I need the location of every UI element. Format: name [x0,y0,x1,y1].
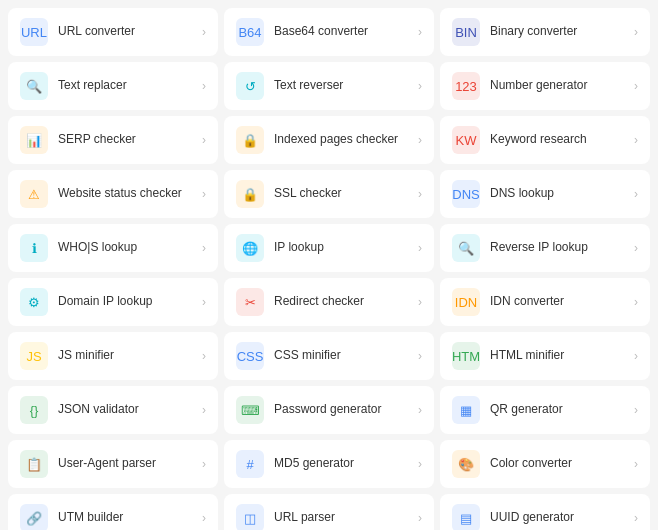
tool-icon-uuid-generator: ▤ [452,504,480,530]
tool-icon-keyword-research: KW [452,126,480,154]
tool-card-password-generator[interactable]: ⌨ Password generator › [224,386,434,434]
tool-label-css-minifier: CSS minifier [274,348,341,364]
tool-label-number-generator: Number generator [490,78,587,94]
tool-card-idn-converter[interactable]: IDN IDN converter › [440,278,650,326]
card-left: 🔒 SSL checker [236,180,418,208]
tool-icon-html-minifier: HTM [452,342,480,370]
tool-card-binary-converter[interactable]: BIN Binary converter › [440,8,650,56]
chevron-icon: › [634,187,638,201]
tool-card-whois-lookup[interactable]: ℹ WHO|S lookup › [8,224,218,272]
tool-card-ssl-checker[interactable]: 🔒 SSL checker › [224,170,434,218]
tool-label-dns-lookup: DNS lookup [490,186,554,202]
tool-card-dns-lookup[interactable]: DNS DNS lookup › [440,170,650,218]
chevron-icon: › [418,457,422,471]
card-left: 🔒 Indexed pages checker [236,126,418,154]
tool-label-color-converter: Color converter [490,456,572,472]
tool-icon-redirect-checker: ✂ [236,288,264,316]
tool-card-url-parser[interactable]: ◫ URL parser › [224,494,434,530]
tool-label-idn-converter: IDN converter [490,294,564,310]
tool-label-url-parser: URL parser [274,510,335,526]
card-left: 🔍 Reverse IP lookup [452,234,634,262]
tool-label-user-agent-parser: User-Agent parser [58,456,156,472]
tool-icon-url-converter: URL [20,18,48,46]
tool-label-utm-builder: UTM builder [58,510,123,526]
card-left: CSS CSS minifier [236,342,418,370]
tool-label-json-validator: JSON validator [58,402,139,418]
card-left: URL URL converter [20,18,202,46]
tool-label-binary-converter: Binary converter [490,24,577,40]
tool-icon-text-replacer: 🔍 [20,72,48,100]
tool-label-url-converter: URL converter [58,24,135,40]
card-left: 🔍 Text replacer [20,72,202,100]
tool-icon-binary-converter: BIN [452,18,480,46]
card-left: ⌨ Password generator [236,396,418,424]
card-left: 🎨 Color converter [452,450,634,478]
card-left: # MD5 generator [236,450,418,478]
tool-card-qr-generator[interactable]: ▦ QR generator › [440,386,650,434]
card-left: IDN IDN converter [452,288,634,316]
tool-label-ssl-checker: SSL checker [274,186,342,202]
tool-label-text-reverser: Text reverser [274,78,343,94]
tool-icon-user-agent-parser: 📋 [20,450,48,478]
tool-label-js-minifier: JS minifier [58,348,114,364]
tool-card-color-converter[interactable]: 🎨 Color converter › [440,440,650,488]
tool-card-html-minifier[interactable]: HTM HTML minifier › [440,332,650,380]
tool-label-uuid-generator: UUID generator [490,510,574,526]
tool-icon-js-minifier: JS [20,342,48,370]
tool-card-number-generator[interactable]: 123 Number generator › [440,62,650,110]
tool-card-text-reverser[interactable]: ↺ Text reverser › [224,62,434,110]
card-left: ⚠ Website status checker [20,180,202,208]
chevron-icon: › [634,349,638,363]
chevron-icon: › [202,457,206,471]
tool-icon-serp-checker: 📊 [20,126,48,154]
tool-card-text-replacer[interactable]: 🔍 Text replacer › [8,62,218,110]
card-left: ⚙ Domain IP lookup [20,288,202,316]
tools-grid: URL URL converter › B64 Base64 converter… [8,8,650,530]
tool-label-ip-lookup: IP lookup [274,240,324,256]
tool-card-indexed-pages-checker[interactable]: 🔒 Indexed pages checker › [224,116,434,164]
tool-card-domain-ip-lookup[interactable]: ⚙ Domain IP lookup › [8,278,218,326]
chevron-icon: › [418,511,422,525]
tool-card-utm-builder[interactable]: 🔗 UTM builder › [8,494,218,530]
tool-label-redirect-checker: Redirect checker [274,294,364,310]
chevron-icon: › [634,403,638,417]
card-left: ◫ URL parser [236,504,418,530]
tool-icon-dns-lookup: DNS [452,180,480,208]
chevron-icon: › [418,403,422,417]
card-left: DNS DNS lookup [452,180,634,208]
tool-icon-whois-lookup: ℹ [20,234,48,262]
chevron-icon: › [418,25,422,39]
tool-icon-number-generator: 123 [452,72,480,100]
chevron-icon: › [634,457,638,471]
tool-card-redirect-checker[interactable]: ✂ Redirect checker › [224,278,434,326]
card-left: ↺ Text reverser [236,72,418,100]
tool-card-ip-lookup[interactable]: 🌐 IP lookup › [224,224,434,272]
tool-card-js-minifier[interactable]: JS JS minifier › [8,332,218,380]
tool-card-md5-generator[interactable]: # MD5 generator › [224,440,434,488]
chevron-icon: › [634,511,638,525]
card-left: HTM HTML minifier [452,342,634,370]
chevron-icon: › [418,349,422,363]
tool-card-css-minifier[interactable]: CSS CSS minifier › [224,332,434,380]
chevron-icon: › [202,241,206,255]
tool-card-website-status-checker[interactable]: ⚠ Website status checker › [8,170,218,218]
tool-card-uuid-generator[interactable]: ▤ UUID generator › [440,494,650,530]
tool-card-json-validator[interactable]: {} JSON validator › [8,386,218,434]
chevron-icon: › [634,241,638,255]
tool-label-keyword-research: Keyword research [490,132,587,148]
tool-icon-website-status-checker: ⚠ [20,180,48,208]
chevron-icon: › [418,187,422,201]
tool-card-reverse-ip-lookup[interactable]: 🔍 Reverse IP lookup › [440,224,650,272]
chevron-icon: › [418,133,422,147]
tool-card-url-converter[interactable]: URL URL converter › [8,8,218,56]
tool-card-keyword-research[interactable]: KW Keyword research › [440,116,650,164]
chevron-icon: › [202,295,206,309]
tool-card-serp-checker[interactable]: 📊 SERP checker › [8,116,218,164]
chevron-icon: › [202,349,206,363]
tool-label-reverse-ip-lookup: Reverse IP lookup [490,240,588,256]
card-left: 123 Number generator [452,72,634,100]
tool-label-text-replacer: Text replacer [58,78,127,94]
tool-card-base64-converter[interactable]: B64 Base64 converter › [224,8,434,56]
tool-icon-utm-builder: 🔗 [20,504,48,530]
tool-card-user-agent-parser[interactable]: 📋 User-Agent parser › [8,440,218,488]
